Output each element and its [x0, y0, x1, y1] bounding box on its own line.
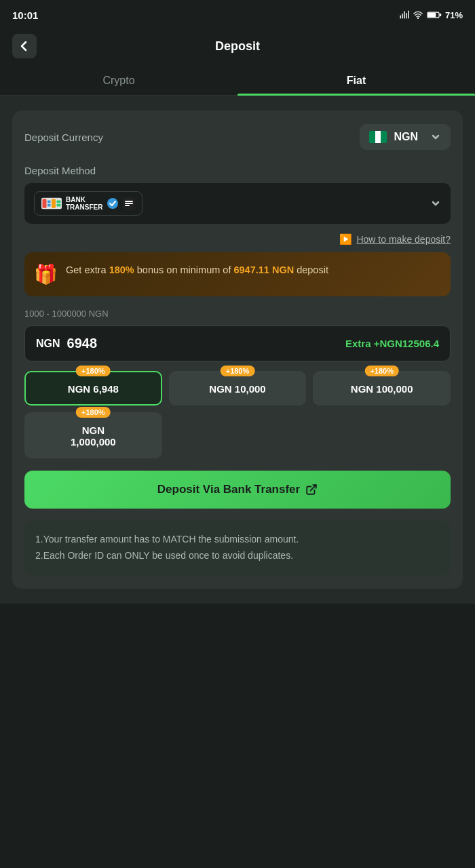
- svg-rect-3: [440, 14, 441, 16]
- currency-chevron-icon: [430, 132, 441, 142]
- status-time: 10:01: [12, 9, 38, 21]
- bonus-banner: 🎁 Get extra 180% bonus on minimum of 694…: [24, 252, 451, 296]
- header: Deposit: [0, 27, 475, 65]
- bonus-end: deposit: [294, 264, 328, 275]
- badge-10000: +180%: [221, 366, 255, 376]
- check-icon: [107, 197, 119, 210]
- quick-amount-100000[interactable]: +180% NGN 100,000: [313, 371, 451, 406]
- battery-percent: 71%: [445, 10, 463, 20]
- svg-rect-8: [52, 199, 56, 208]
- main-content: Deposit Currency NGN Deposit Method: [0, 96, 475, 604]
- svg-rect-2: [428, 13, 436, 17]
- how-to-link[interactable]: How to make deposit?: [356, 234, 451, 245]
- badge-1000000: +180%: [76, 407, 111, 418]
- quick-label-100000: NGN 100,000: [351, 383, 413, 395]
- bonus-ngn: NGN: [272, 264, 294, 275]
- deposit-btn-label: Deposit Via Bank Transfer: [157, 483, 300, 496]
- deposit-currency-label: Deposit Currency: [24, 132, 103, 143]
- currency-selector[interactable]: NGN: [360, 124, 451, 150]
- quick-label-10000: NGN 10,000: [209, 383, 265, 395]
- quick-amount-10000[interactable]: +180% NGN 10,000: [169, 371, 307, 406]
- svg-rect-5: [43, 199, 47, 208]
- info-text: 1.Your transfer amount has to MATCH the …: [35, 534, 299, 561]
- nigeria-flag-icon: [369, 131, 387, 143]
- bank-transfer-badge: BANKTRANSFER: [34, 191, 142, 216]
- method-text: BANKTRANSFER: [66, 196, 102, 211]
- video-icon: ▶️: [339, 233, 352, 245]
- wifi-icon: [413, 10, 423, 20]
- currency-code: NGN: [394, 131, 418, 143]
- gift-icon: 🎁: [34, 263, 58, 285]
- quick-amounts-row2: +180% NGN1,000,000: [24, 412, 451, 458]
- amount-input-row[interactable]: NGN 6948 Extra +NGN12506.4: [24, 326, 451, 361]
- svg-point-0: [417, 18, 418, 18]
- menu-icon: [123, 197, 135, 210]
- svg-point-11: [107, 198, 118, 209]
- badge-6948: +180%: [76, 366, 111, 376]
- back-arrow-icon: [18, 40, 31, 52]
- bonus-text: Get extra 180% bonus on minimum of 6947.…: [66, 263, 328, 278]
- quick-amounts-row1: +180% NGN 6,948 +180% NGN 10,000 +180% N…: [24, 371, 451, 406]
- bank-icon: [41, 197, 62, 210]
- deposit-method-label: Deposit Method: [24, 165, 451, 176]
- quick-amount-1000000[interactable]: +180% NGN1,000,000: [24, 412, 162, 458]
- svg-rect-15: [125, 205, 130, 206]
- deposit-method-section: Deposit Method: [24, 165, 451, 224]
- deposit-currency-row: Deposit Currency NGN: [24, 124, 451, 150]
- svg-rect-10: [57, 204, 61, 207]
- info-box: 1.Your transfer amount has to MATCH the …: [24, 521, 451, 575]
- badge-100000: +180%: [364, 366, 399, 376]
- method-logos: BANKTRANSFER: [34, 191, 142, 216]
- quick-label-6948: NGN 6,948: [68, 383, 119, 395]
- method-chevron-icon: [430, 198, 441, 209]
- method-selector[interactable]: BANKTRANSFER: [24, 183, 451, 224]
- svg-rect-7: [48, 204, 51, 207]
- signal-icon: [400, 10, 409, 20]
- deposit-card: Deposit Currency NGN Deposit Method: [12, 111, 463, 589]
- status-bar: 10:01 71%: [0, 0, 475, 27]
- page-title: Deposit: [215, 39, 260, 54]
- bonus-percent: 180%: [109, 264, 134, 275]
- svg-rect-14: [125, 203, 133, 204]
- bonus-amount: 6947.11: [233, 264, 269, 275]
- status-icons: 71%: [400, 10, 463, 20]
- svg-rect-6: [48, 201, 51, 203]
- bonus-mid: bonus on minimum of: [134, 264, 234, 275]
- svg-rect-9: [57, 201, 61, 203]
- tab-crypto[interactable]: Crypto: [0, 65, 238, 95]
- amount-left: NGN 6948: [36, 336, 97, 351]
- quick-amount-6948[interactable]: +180% NGN 6,948: [24, 371, 162, 406]
- amount-currency: NGN: [36, 338, 60, 350]
- quick-label-1000000: NGN1,000,000: [71, 425, 116, 448]
- battery-icon: [427, 11, 442, 19]
- back-button[interactable]: [12, 34, 37, 58]
- tabs-bar: Crypto Fiat: [0, 65, 475, 96]
- external-link-icon: [305, 484, 318, 496]
- deposit-button[interactable]: Deposit Via Bank Transfer: [24, 471, 451, 509]
- amount-value: 6948: [67, 336, 98, 351]
- svg-rect-13: [125, 201, 133, 202]
- bonus-prefix: Get extra: [66, 264, 109, 275]
- how-to-row: ▶️ How to make deposit?: [24, 233, 451, 245]
- range-label: 1000 - 1000000 NGN: [24, 309, 451, 319]
- tab-fiat[interactable]: Fiat: [238, 65, 475, 95]
- svg-line-16: [311, 485, 316, 490]
- amount-extra: Extra +NGN12506.4: [345, 338, 439, 349]
